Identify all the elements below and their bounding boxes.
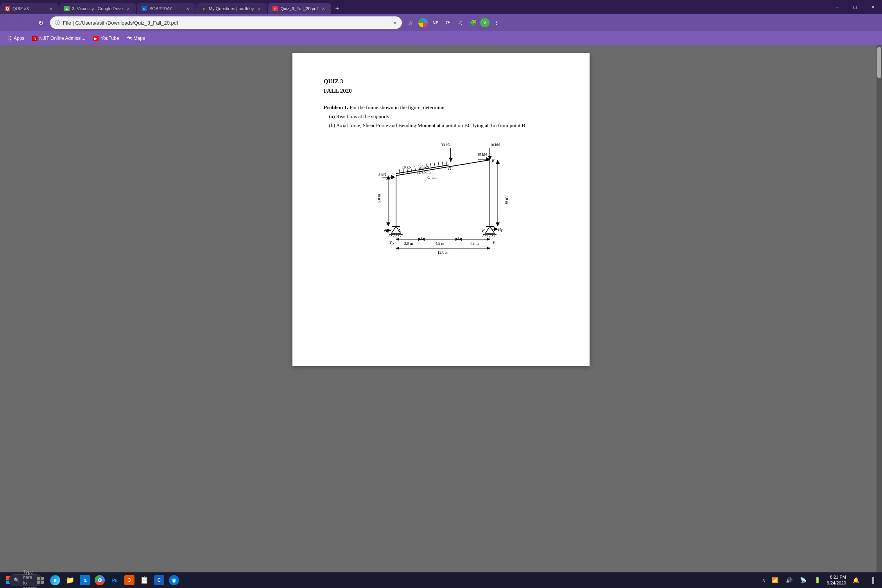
tab-favicon-bartleby: b — [201, 6, 206, 11]
chrome-icon — [95, 575, 105, 585]
google-circle[interactable] — [418, 17, 428, 28]
system-clock[interactable]: 8:21 PM 9/24/2020 — [827, 574, 846, 586]
tab-quiz3pdf[interactable]: P Quiz_3_Fall_20.pdf ✕ — [268, 3, 331, 14]
np-badge[interactable]: NP — [430, 17, 441, 28]
tab-close-quiz3[interactable]: ✕ — [48, 5, 54, 12]
svg-text:A: A — [392, 242, 394, 246]
tab-favicon-pdf: P — [272, 6, 278, 11]
bookmark-maps[interactable]: 🗺 Maps — [124, 34, 148, 43]
store-taskbar-icon[interactable]: 🛍 — [78, 574, 91, 587]
bookmark-youtube[interactable]: ▶ YouTube — [90, 34, 122, 43]
bookmark-youtube-label: YouTube — [100, 36, 119, 41]
title-bar: Q QUIZ #3 ✕ ▲ 3- Viscosity - Google Driv… — [0, 0, 882, 14]
bookmark-maps-label: Maps — [134, 36, 145, 41]
svg-text:4.5 m: 4.5 m — [436, 241, 445, 246]
njit-favicon: N — [32, 36, 37, 41]
files-taskbar-icon[interactable]: 📋 — [138, 574, 151, 587]
star-icon[interactable]: ☆ — [405, 17, 416, 28]
tab-quiz3[interactable]: Q QUIZ #3 ✕ — [0, 3, 59, 14]
bookmark-apps[interactable]: ⣿ Apps — [5, 34, 27, 43]
task-view-button[interactable] — [34, 574, 47, 587]
back-button[interactable]: ← — [3, 16, 16, 29]
tab-soap2day[interactable]: S SOAP2DAY ✕ — [137, 3, 195, 14]
tab-title-quiz3: QUIZ #3 — [13, 6, 45, 11]
app-icon-orange[interactable]: O — [123, 574, 136, 587]
notification-icon[interactable]: 🔔 — [849, 574, 862, 587]
store-icon: 🛍 — [80, 575, 90, 585]
main-content: QUIZ 3 FALL 2020 Problem 1. For the fram… — [0, 45, 882, 572]
svg-text:pin: pin — [432, 175, 437, 179]
profile-icon[interactable]: V — [480, 18, 489, 27]
tab-viscosity[interactable]: ▲ 3- Viscosity - Google Drive ✕ — [59, 3, 136, 14]
bookmark-apps-label: Apps — [14, 36, 24, 41]
music-icon[interactable]: ♫ — [455, 17, 466, 28]
sync-icon[interactable]: ⟳ — [443, 17, 454, 28]
clock-time: 8:21 PM — [827, 574, 846, 580]
svg-text:F: F — [495, 242, 497, 246]
svg-text:A: A — [398, 228, 401, 233]
scrollbar[interactable] — [877, 45, 882, 572]
minimize-button[interactable]: – — [828, 0, 846, 14]
google-account-icon — [418, 18, 428, 27]
refresh-button[interactable]: ↻ — [34, 16, 47, 29]
svg-text:12.0 m: 12.0 m — [437, 250, 448, 255]
address-bar[interactable]: ⓘ File | C:/Users/asifr/Downloads/Quiz_3… — [50, 16, 402, 29]
svg-text:4.5 m: 4.5 m — [470, 241, 479, 246]
problem-text: Problem 1. For the frame shown in the fi… — [324, 103, 558, 130]
address-bar-row: ← → ↻ ⓘ File | C:/Users/asifr/Downloads/… — [0, 14, 882, 31]
svg-text:E: E — [491, 158, 495, 163]
svg-rect-104 — [37, 577, 40, 580]
word-taskbar-icon[interactable]: C — [152, 574, 166, 587]
puzzle-icon[interactable]: 🧩 — [468, 17, 479, 28]
new-tab-button[interactable]: + — [332, 3, 343, 14]
tab-close-quiz3pdf[interactable]: ✕ — [320, 5, 326, 12]
volume-icon[interactable]: 🔊 — [782, 574, 796, 587]
wifi-icon[interactable]: 📡 — [796, 574, 810, 587]
chrome-taskbar-icon[interactable] — [93, 574, 106, 587]
tab-close-viscosity[interactable]: ✕ — [125, 5, 131, 12]
blue-circle-icon: ◉ — [169, 575, 179, 585]
forward-button[interactable]: → — [19, 16, 31, 29]
tab-close-bartleby[interactable]: ✕ — [256, 5, 262, 12]
word-icon: C — [154, 575, 164, 585]
explorer-icon: 📁 — [65, 575, 75, 585]
tab-favicon-soap: S — [142, 6, 147, 11]
svg-text:15 kN: 15 kN — [477, 152, 487, 157]
tab-title-viscosity: 3- Viscosity - Google Drive — [72, 6, 123, 11]
svg-text:8 kN: 8 kN — [378, 172, 386, 177]
explorer-taskbar-icon[interactable]: 📁 — [63, 574, 77, 587]
blue-app-taskbar-icon[interactable]: ◉ — [167, 574, 181, 587]
svg-text:C: C — [427, 175, 430, 179]
tab-favicon-drive: ▲ — [64, 6, 70, 11]
tab-title-soap2day: SOAP2DAY — [149, 6, 182, 11]
svg-text:10 kN: 10 kN — [402, 165, 412, 169]
network-icon[interactable]: 📶 — [768, 574, 782, 587]
svg-text:B: B — [391, 175, 394, 179]
chevron-up-icon[interactable]: ∧ — [760, 574, 767, 587]
svg-text:7.0 m: 7.0 m — [505, 195, 509, 204]
quiz-title: QUIZ 3 FALL 2020 — [324, 77, 558, 95]
photoshop-taskbar-icon[interactable]: Ps — [108, 574, 121, 587]
address-text: File | C:/Users/asifr/Downloads/Quiz_3_F… — [63, 20, 390, 26]
edge-taskbar-icon[interactable]: e — [48, 574, 62, 587]
task-view-icon — [37, 577, 44, 584]
bookmarks-bar: ⣿ Apps N NJIT Online Admissi... ▶ YouTub… — [0, 31, 882, 45]
battery-icon[interactable]: 🔋 — [810, 574, 824, 587]
search-taskbar[interactable]: 🔍 Type here to search — [19, 574, 32, 587]
tab-bartleby[interactable]: b My Questions | bartleby ✕ — [196, 3, 267, 14]
restore-button[interactable]: ◻ — [846, 0, 864, 14]
bookmark-njit[interactable]: N NJIT Online Admissi... — [29, 34, 88, 43]
show-desktop-button[interactable]: ▐ — [866, 574, 879, 587]
close-button[interactable]: ✕ — [864, 0, 882, 14]
more-menu-button[interactable]: ⋮ — [491, 17, 502, 28]
tab-favicon-quiz3: Q — [5, 6, 10, 11]
svg-rect-105 — [41, 577, 44, 580]
scrollbar-thumb[interactable] — [877, 47, 881, 78]
taskbar-left: 🔍 Type here to search e 📁 🛍 — [3, 573, 181, 587]
svg-text:5.0 m: 5.0 m — [377, 194, 381, 203]
edge-icon: e — [50, 575, 60, 585]
tab-title-quiz3pdf: Quiz_3_Fall_20.pdf — [280, 6, 317, 11]
tab-close-soap2day[interactable]: ✕ — [185, 5, 191, 12]
toolbar-right: ☆ NP ⟳ ♫ 🧩 V ⋮ — [405, 17, 502, 28]
svg-rect-106 — [37, 581, 40, 584]
